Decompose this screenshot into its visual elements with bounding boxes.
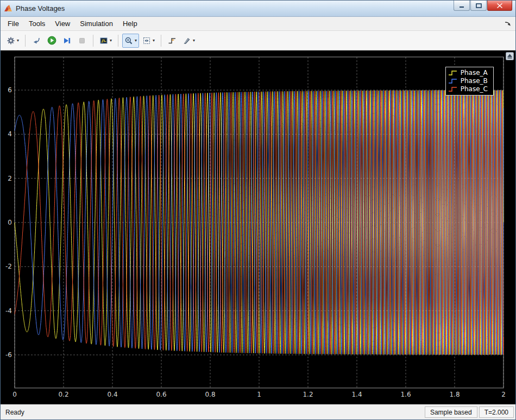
svg-text:0: 0 — [12, 391, 17, 398]
legend-line-sample — [448, 86, 457, 92]
toolbar: ▾ — [1, 31, 515, 50]
svg-text:1.6: 1.6 — [400, 391, 411, 398]
step-forward-button[interactable] — [60, 34, 74, 48]
gear-icon — [7, 36, 15, 45]
chevron-down-icon: ▾ — [17, 39, 19, 43]
close-icon — [497, 3, 502, 8]
toolbar-separator — [25, 35, 26, 47]
fit-to-view-button[interactable]: ▾ — [140, 34, 157, 48]
svg-text:0.2: 0.2 — [58, 391, 68, 398]
matlab-scope-icon — [4, 4, 12, 13]
play-icon — [47, 36, 56, 45]
legend-row: Phase_B — [448, 77, 488, 85]
svg-text:2: 2 — [8, 175, 12, 182]
status-ready: Ready — [5, 409, 24, 416]
scope-canvas[interactable]: 00.20.40.60.811.21.41.61.826420-2-4-6 Ph… — [1, 50, 515, 404]
minimize-icon — [459, 3, 464, 8]
toolbar-separator — [161, 35, 161, 47]
svg-text:0.4: 0.4 — [107, 391, 117, 398]
minimize-button[interactable] — [454, 1, 470, 11]
svg-text:1.4: 1.4 — [351, 391, 362, 398]
toolbar-separator — [93, 35, 93, 47]
menu-simulation[interactable]: Simulation — [75, 17, 118, 30]
trigger-icon — [168, 36, 177, 45]
display-layout-button[interactable]: ▾ — [97, 34, 114, 48]
chevron-down-icon: ▾ — [153, 39, 155, 43]
close-button[interactable] — [487, 1, 512, 11]
status-time: T=2.000 — [479, 406, 514, 418]
legend-label: Phase_C — [461, 85, 488, 93]
stop-button[interactable] — [75, 34, 89, 48]
legend-label: Phase_A — [461, 69, 488, 77]
step-forward-icon — [62, 36, 71, 45]
svg-text:-6: -6 — [5, 351, 12, 359]
chevron-down-icon: ▾ — [193, 39, 195, 43]
svg-text:0: 0 — [8, 219, 12, 226]
trigger-button[interactable] — [165, 34, 179, 48]
expand-up-icon — [507, 54, 512, 59]
zoom-button[interactable]: ▾ — [122, 34, 139, 48]
menu-view[interactable]: View — [50, 17, 75, 30]
legend-line-sample — [448, 69, 457, 76]
svg-text:1.2: 1.2 — [303, 391, 313, 398]
scope-window: Phase Voltages File Tools View Simulatio… — [0, 0, 516, 420]
legend[interactable]: Phase_A Phase_B Phase_C — [445, 67, 494, 96]
menu-file[interactable]: File — [3, 17, 24, 30]
svg-text:1.8: 1.8 — [449, 391, 460, 398]
window-title: Phase Voltages — [16, 4, 65, 12]
svg-text:4: 4 — [8, 130, 12, 138]
chevron-down-icon: ▾ — [135, 39, 137, 43]
maximize-icon — [476, 3, 482, 8]
svg-text:6: 6 — [8, 86, 12, 94]
mini-scope-icon — [99, 36, 108, 45]
toolbar-separator — [118, 35, 118, 47]
statusbar: Ready Sample based T=2.000 — [1, 404, 515, 419]
titlebar: Phase Voltages — [1, 1, 515, 17]
run-button[interactable] — [45, 34, 59, 48]
dock-arrow-icon[interactable] — [505, 21, 513, 27]
magnifier-icon — [124, 36, 133, 45]
curved-arrow-icon — [32, 36, 41, 45]
fit-view-icon — [142, 36, 151, 45]
svg-text:2: 2 — [501, 391, 506, 398]
legend-row: Phase_C — [448, 85, 488, 93]
svg-text:-2: -2 — [5, 263, 12, 270]
legend-row: Phase_A — [448, 69, 488, 77]
legend-label: Phase_B — [461, 77, 488, 85]
window-controls — [454, 1, 512, 11]
scope-plot: 00.20.40.60.811.21.41.61.826420-2-4-6 — [1, 50, 515, 404]
settings-button[interactable]: ▾ — [4, 34, 21, 48]
svg-text:0.8: 0.8 — [205, 391, 215, 398]
stop-icon — [78, 36, 86, 45]
svg-text:1: 1 — [257, 391, 261, 398]
maximize-axes-button[interactable] — [506, 52, 514, 60]
menu-help[interactable]: Help — [118, 17, 142, 30]
status-right: Sample based T=2.000 — [425, 405, 515, 419]
caliper-icon — [183, 36, 191, 45]
menubar: File Tools View Simulation Help — [1, 17, 515, 31]
status-sample-mode: Sample based — [425, 406, 477, 418]
menu-tools[interactable]: Tools — [24, 17, 50, 30]
legend-line-sample — [448, 78, 457, 84]
measurements-button[interactable]: ▾ — [180, 34, 197, 48]
chevron-down-icon: ▾ — [110, 39, 112, 43]
maximize-button[interactable] — [470, 1, 487, 11]
svg-text:-4: -4 — [5, 307, 12, 315]
svg-text:0.6: 0.6 — [156, 391, 166, 398]
highlight-simulink-block-button[interactable] — [29, 34, 43, 48]
